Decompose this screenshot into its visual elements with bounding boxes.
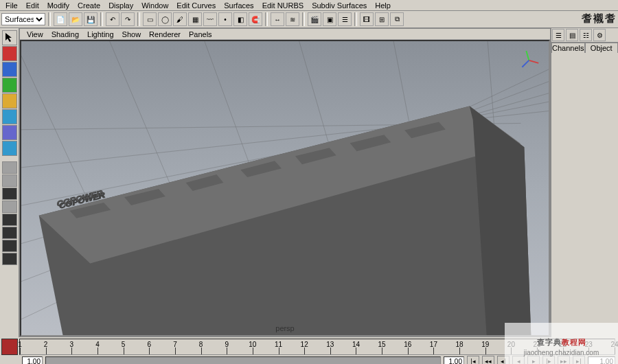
- menu-modify[interactable]: Modify: [43, 1, 73, 10]
- menu-create[interactable]: Create: [73, 1, 104, 10]
- render-icon[interactable]: 🎬: [308, 12, 321, 26]
- menu-edit-curves[interactable]: Edit Curves: [172, 1, 220, 10]
- tool-box: [0, 28, 19, 337]
- timeline-tick-label: 4: [95, 341, 100, 348]
- timeline-tick-label: 1: [18, 341, 22, 348]
- paint-icon[interactable]: 🖌: [173, 12, 187, 26]
- menu-file[interactable]: File: [1, 1, 22, 10]
- panel-menu-bar: View Shading Lighting Show Renderer Pane…: [20, 29, 550, 40]
- menu-subdiv[interactable]: Subdiv Surfaces: [308, 1, 371, 10]
- panel-menu-panels[interactable]: Panels: [185, 30, 216, 39]
- file-new-icon[interactable]: 📄: [54, 12, 67, 26]
- cjk-toolbar-text: 耆襯耆: [582, 12, 617, 25]
- show-manip-tool[interactable]: [2, 125, 17, 140]
- scale-tool[interactable]: [2, 93, 17, 109]
- tool-settings-icon[interactable]: ⚙: [593, 29, 606, 41]
- step-back-icon[interactable]: ◂◂: [482, 356, 494, 364]
- node-editor-icon[interactable]: ⧉: [390, 12, 404, 26]
- attribute-editor-icon[interactable]: ☷: [580, 29, 592, 41]
- menu-surfaces[interactable]: Surfaces: [220, 1, 258, 10]
- panel-menu-view[interactable]: View: [23, 30, 47, 39]
- timeline-tick-label: 11: [275, 341, 282, 348]
- snap-curve-icon[interactable]: 〰: [203, 12, 217, 26]
- lasso-tool[interactable]: [2, 46, 17, 61]
- timeline-tick-label: 9: [225, 341, 229, 348]
- lasso-icon[interactable]: ◯: [158, 12, 172, 26]
- file-save-icon[interactable]: 💾: [84, 12, 98, 26]
- menu-help[interactable]: Help: [371, 1, 395, 10]
- undo-icon[interactable]: ↶: [106, 12, 119, 26]
- range-start-field[interactable]: [22, 356, 43, 364]
- timeline-tick-label: 19: [481, 341, 489, 348]
- range-slider[interactable]: [45, 356, 441, 364]
- timeline-tick-label: 14: [352, 341, 360, 348]
- module-selector[interactable]: Surfaces: [1, 13, 45, 25]
- camera-label: persp: [275, 324, 294, 332]
- timeline-tick-label: 13: [326, 341, 334, 348]
- viewport-render: CGPOWER CGPOWER persp: [21, 41, 549, 335]
- panel-menu-lighting[interactable]: Lighting: [83, 30, 118, 39]
- file-open-icon[interactable]: 📂: [69, 12, 82, 26]
- menu-display[interactable]: Display: [104, 1, 137, 10]
- menu-edit[interactable]: Edit: [22, 1, 43, 10]
- timeline-tick-label: 7: [173, 341, 177, 348]
- view-axis-icon: [522, 51, 538, 67]
- film-icon[interactable]: 🎞: [360, 12, 374, 26]
- timeline-tick-label: 3: [70, 341, 74, 348]
- select-icon[interactable]: ▭: [143, 12, 157, 26]
- script-editor-icon[interactable]: [1, 339, 18, 355]
- watermark: 查字典教程网 jiaocheng.chazidian.com: [505, 323, 618, 364]
- menu-edit-nurbs[interactable]: Edit NURBS: [258, 1, 308, 10]
- layout-three-a[interactable]: [2, 214, 17, 226]
- panel-menu-renderer[interactable]: Renderer: [145, 30, 185, 39]
- svg-line-25: [526, 51, 529, 60]
- select-tool[interactable]: [2, 30, 17, 45]
- four-view-icon[interactable]: ⊞: [375, 12, 389, 26]
- main-menu-bar: File Edit Modify Create Display Window E…: [0, 0, 618, 11]
- timeline-tick-label: 5: [122, 341, 126, 348]
- redo-icon[interactable]: ↷: [121, 12, 135, 26]
- snap-view-icon[interactable]: ◧: [233, 12, 247, 26]
- layout-four[interactable]: [2, 174, 17, 187]
- channel-box-icon[interactable]: ☰: [552, 29, 564, 41]
- svg-line-24: [529, 60, 538, 63]
- timeline-tick-label: 8: [199, 341, 203, 348]
- timeline-tick-label: 2: [44, 341, 48, 348]
- history-icon[interactable]: ≋: [286, 12, 299, 26]
- panel-menu-shading[interactable]: Shading: [47, 30, 83, 39]
- timeline-tick-label: 6: [147, 341, 151, 348]
- perspective-viewport[interactable]: CGPOWER CGPOWER persp: [20, 40, 550, 337]
- status-line: Surfaces 📄 📂 💾 ↶ ↷ ▭ ◯ 🖌 ▦ 〰 • ◧ 🧲 ↔ ≋ 🎬…: [0, 11, 618, 28]
- timeline-tick-label: 17: [430, 341, 437, 348]
- ipr-icon[interactable]: ▣: [323, 12, 336, 26]
- magnet-icon[interactable]: 🧲: [249, 12, 262, 26]
- snap-grid-icon[interactable]: ▦: [188, 12, 202, 26]
- last-tool[interactable]: [2, 141, 17, 156]
- rotate-tool[interactable]: [2, 78, 17, 93]
- layout-three-b[interactable]: [2, 227, 17, 239]
- menu-window[interactable]: Window: [137, 1, 172, 10]
- timeline-tick-label: 16: [404, 341, 411, 348]
- timeline-tick-label: 10: [249, 341, 256, 348]
- render-settings-icon[interactable]: ☰: [338, 12, 352, 26]
- channel-box-panel: ☰ ▤ ☷ ⚙ Channels Object: [551, 28, 618, 337]
- layout-single[interactable]: [2, 161, 17, 174]
- snap-point-icon[interactable]: •: [218, 12, 232, 26]
- timeline-tick-label: 18: [456, 341, 464, 348]
- layout-two-v[interactable]: [2, 201, 17, 213]
- soft-mod-tool[interactable]: [2, 109, 17, 124]
- layer-editor-icon[interactable]: ▤: [566, 29, 578, 41]
- input-op-icon[interactable]: ↔: [271, 12, 284, 26]
- move-tool[interactable]: [2, 62, 17, 77]
- tab-object[interactable]: Object: [585, 43, 619, 53]
- layout-outliner-persp[interactable]: [2, 240, 17, 252]
- svg-line-26: [522, 60, 529, 67]
- timeline-tick-label: 15: [378, 341, 386, 348]
- timeline-tick-label: 12: [301, 341, 308, 348]
- panel-menu-show[interactable]: Show: [118, 30, 146, 39]
- go-start-icon[interactable]: |◂: [467, 356, 479, 364]
- layout-two-h[interactable]: [2, 187, 17, 200]
- layout-hyper-persp[interactable]: [2, 253, 17, 265]
- tab-channels[interactable]: Channels: [551, 43, 585, 53]
- range-end-field[interactable]: [444, 356, 464, 364]
